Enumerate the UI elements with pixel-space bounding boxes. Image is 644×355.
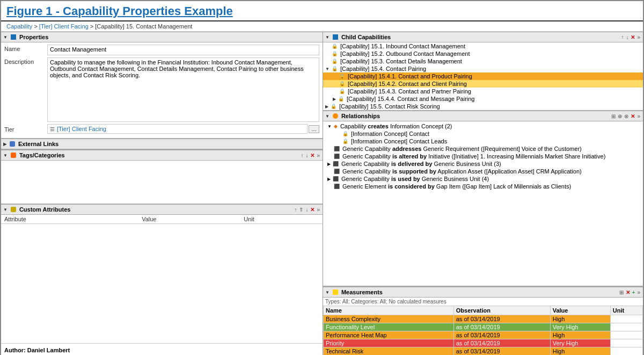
custom-attributes-section: Custom Attributes ⇑ Attribute [1,204,323,355]
measurements-table: NameObservationValueUnit Business Comple… [323,306,643,355]
properties-toggle[interactable] [3,34,8,40]
tags-content [1,161,323,204]
meas-add-button[interactable] [632,289,636,295]
child-cap-item[interactable]: 🔒[Capability] 15.4.1. Contact and Produc… [323,73,643,80]
name-label: Name [4,45,47,52]
cap-item-text: [Capability] 15.4.1. Contact and Product… [348,73,472,79]
rel-item[interactable]: ⬛Generic Capability addresses Generic Re… [325,145,641,153]
rel-icon: ⬛ [334,184,340,189]
meas-row[interactable]: Business Complexityas of 03/14/2019High [324,315,643,323]
rel-text: Capability creates Information Concept (… [340,123,452,129]
child-cap-up-button[interactable] [620,34,624,40]
child-cap-item[interactable]: 🔒[Capability] 15.5. Contact Risk Scoring [323,103,643,110]
tags-up-button[interactable] [300,153,304,158]
child-cap-item[interactable]: 🔒[Capability] 15.4. Contact Pairing [323,65,643,73]
meas-expand-button[interactable] [636,289,641,295]
custom-attrs-down-button[interactable] [305,207,309,213]
tier-browse-button[interactable]: … [309,125,319,133]
breadcrumb: Capability > [Tier] Client Facing > [Cap… [1,21,643,32]
custom-attrs-up-button[interactable] [294,207,297,213]
child-cap-expand-button[interactable] [636,34,641,40]
external-links-toggle[interactable] [3,141,6,147]
cap-item-text: [Capability] 15.4.2. Contact and Client … [348,81,467,87]
custom-attrs-remove-button[interactable] [310,207,315,213]
child-cap-toggle[interactable] [325,34,330,40]
rel-item[interactable]: ⬛Generic Element is considered by Gap It… [325,183,641,190]
child-cap-item[interactable]: 🔒[Capability] 15.4.3. Contact and Partne… [323,88,643,95]
author-text: Author: Daniel Lambert [4,347,70,353]
meas-filter-button[interactable] [619,289,624,295]
meas-cell-unit [610,331,642,339]
tier-link[interactable]: [Tier] Client Facing [57,126,106,132]
breadcrumb-tier[interactable]: [Tier] Client Facing [39,23,89,30]
child-cap-item[interactable]: 🔒[Capability] 15.2. Outbound Contact Man… [323,50,643,57]
rel-action2-button[interactable]: ⊗ [624,113,629,119]
tags-toggle[interactable] [3,153,8,158]
rel-item[interactable]: 🔒[Information Concept] Contact Leads [325,137,641,145]
cap-item-text: [Capability] 15.4.3. Contact and Partner… [348,88,471,95]
rel-list: ◆Capability creates Information Concept … [323,121,643,286]
meas-label: Measurements [341,289,383,295]
meas-row[interactable]: Functionality Levelas of 03/14/2019Very … [324,323,643,331]
meas-remove-button[interactable] [625,289,631,295]
measurements-header: Measurements [323,287,643,298]
rel-toggle-down[interactable] [327,124,332,129]
meas-icon [333,289,338,295]
tags-label: Tags/Categories [19,152,65,158]
rel-item[interactable]: ⬛Generic Capability is altered by Initia… [325,153,641,160]
meas-cell-value: Very High [550,339,610,347]
properties-content: Name Contact Management Description Capa… [1,42,323,138]
meas-col-header: Value [550,306,610,315]
child-cap-remove-button[interactable] [630,34,635,40]
properties-header: Properties [1,32,323,42]
tags-remove-button[interactable] [310,153,315,158]
breadcrumb-capability[interactable]: Capability [6,23,32,30]
rel-item[interactable]: 🔒[Information Concept] Contact [325,130,641,137]
rel-text: Generic Capability addresses Generic Req… [342,146,582,152]
tags-section: Tags/Categories [1,150,323,204]
main-layout: Properties Name Contact Management Descr… [1,32,643,355]
tree-toggle[interactable] [325,66,330,71]
description-value: Capability to manage the following in th… [47,57,319,122]
custom-attrs-label: Custom Attributes [19,206,71,213]
meas-row[interactable]: Technical Riskas of 03/14/2019High [324,347,643,356]
meas-row[interactable]: Priorityas of 03/14/2019Very High [324,339,643,347]
child-cap-item[interactable]: 🔒[Capability] 15.1. Inbound Contact Mana… [323,42,643,50]
tree-toggle[interactable] [325,104,328,109]
meas-row[interactable]: Performance Heat Mapas of 03/14/2019High [324,331,643,339]
tags-down-button[interactable] [305,153,309,158]
description-label: Description [4,57,47,65]
rel-icon: 🔒 [342,131,348,136]
rel-remove-button[interactable] [630,113,635,119]
child-cap-item[interactable]: 🔒[Capability] 15.4.2. Contact and Client… [323,80,643,88]
rel-item[interactable]: ⬛Generic Capability is supported by Appl… [325,168,641,175]
child-capabilities-header: Child Capabilities [323,32,643,42]
rel-toggle-right[interactable] [327,177,331,182]
tags-expand-button[interactable] [316,153,320,158]
custom-attrs-expand-button[interactable] [316,207,320,213]
child-cap-icon [333,34,338,40]
rel-item[interactable]: ⬛Generic Capability is delivered by Gene… [325,160,641,168]
rel-item[interactable]: ⬛Generic Capability is used by Generic B… [325,175,641,183]
measurements-content: Types: All; Categories: All; No calculat… [323,298,643,355]
child-cap-item[interactable]: 🔒[Capability] 15.4.4. Contact and Messag… [323,95,643,103]
rel-action1-button[interactable]: ⊕ [617,113,623,119]
meas-toggle[interactable] [325,289,330,295]
child-cap-down-button[interactable] [625,34,629,40]
rel-toggle[interactable] [325,113,330,119]
meas-cell-value: High [550,347,610,356]
rel-expand-button[interactable] [636,113,641,119]
external-links-header: External Links [1,139,323,149]
tree-toggle[interactable] [333,96,336,102]
rel-icon: ⬛ [334,146,340,151]
rel-item[interactable]: ◆Capability creates Information Concept … [325,122,641,130]
left-panel: Properties Name Contact Management Descr… [1,32,323,355]
rel-toggle-right[interactable] [327,162,331,166]
custom-attrs-up2-button[interactable]: ⇑ [298,207,304,213]
custom-attrs-col-unit: Unit [240,215,323,224]
child-cap-item[interactable]: 🔒[Capability] 15.3. Contact Details Mana… [323,57,643,65]
custom-attrs-toggle[interactable] [3,207,8,212]
meas-cell-observation: as of 03/14/2019 [453,331,550,339]
rel-filter-button[interactable] [611,113,616,119]
custom-attrs-icon [11,207,16,212]
